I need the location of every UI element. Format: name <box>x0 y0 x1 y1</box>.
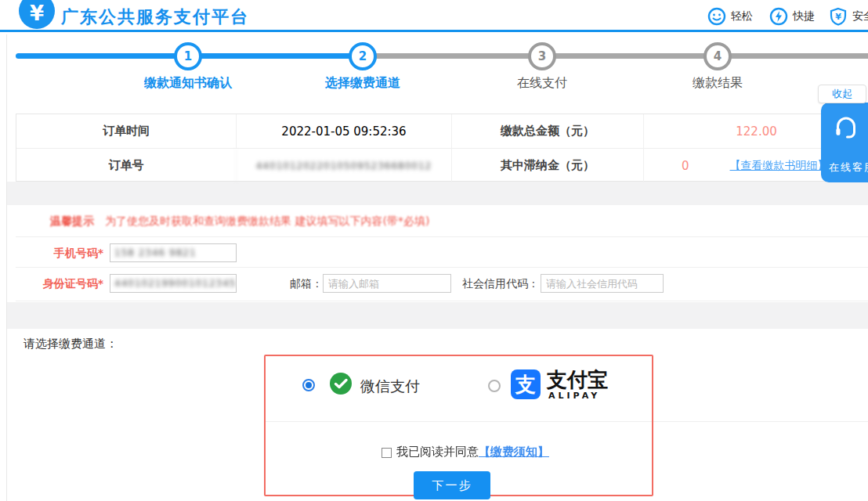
divider-band-top <box>6 182 868 205</box>
id-number-value: 440102199001012345 <box>114 278 236 289</box>
step-circle-3: 3 <box>528 42 556 70</box>
svg-text:¥: ¥ <box>835 12 841 22</box>
notice-text: 温馨提示为了使您及时获取和查询缴费缴款结果 建议填写以下内容(带*必填) <box>50 214 429 229</box>
alipay-label[interactable]: 支付宝 <box>547 366 608 394</box>
agreement-text: 我已阅读并同意【缴费须知】 <box>396 445 549 460</box>
wechat-radio[interactable] <box>302 379 315 391</box>
badge-easy: 轻松 <box>707 7 753 26</box>
form-divider-1 <box>16 236 868 237</box>
smiley-icon <box>707 7 726 26</box>
id-number-field[interactable]: 440102199001012345 <box>110 274 237 293</box>
order-number-value: 44010120220105095236680012 <box>236 149 451 182</box>
step-label-result: 缴款结果 <box>639 75 796 92</box>
step-label-payment: 在线支付 <box>464 75 620 92</box>
divider-band-middle <box>6 302 868 329</box>
badge-fast: 快捷 <box>769 7 815 26</box>
email-label: 邮箱： <box>290 277 323 291</box>
payment-notice-link[interactable]: 【缴费须知】 <box>479 445 549 459</box>
total-amount-label: 缴款总金额（元） <box>451 114 643 148</box>
badge-easy-label: 轻松 <box>731 9 753 23</box>
id-number-label: 身份证号码* <box>22 277 103 291</box>
phone-value: 158 2346 9821 <box>114 247 197 258</box>
phone-label: 手机号码* <box>30 247 103 261</box>
step-label-confirm: 缴款通知书确认 <box>110 75 266 92</box>
table-row: 订单时间 2022-01-05 09:52:36 缴款总金额（元） 122.00 <box>16 114 867 148</box>
collapse-button[interactable]: 收起 <box>818 85 866 103</box>
badge-fast-label: 快捷 <box>793 9 815 23</box>
late-fee-label: 其中滞纳金（元） <box>451 149 643 182</box>
stepper-remaining-line <box>364 53 868 59</box>
next-step-button[interactable]: 下一步 <box>414 471 490 499</box>
badge-safe: ¥ 安全 <box>829 7 868 26</box>
step-circle-4: 4 <box>703 42 732 70</box>
view-payment-detail-link[interactable]: 【查看缴款书明细】 <box>730 159 829 173</box>
alipay-icon: 支 <box>511 369 541 399</box>
email-input[interactable] <box>323 274 451 293</box>
order-time-label: 订单时间 <box>16 114 236 148</box>
order-number-label: 订单号 <box>16 149 236 182</box>
table-row: 订单号 44010120220105095236680012 其中滞纳金（元） … <box>16 148 867 182</box>
wechat-pay-label[interactable]: 微信支付 <box>360 377 420 397</box>
step-label-channel: 选择缴费通道 <box>284 75 441 92</box>
order-info-table: 订单时间 2022-01-05 09:52:36 缴款总金额（元） 122.00… <box>16 114 868 182</box>
alipay-radio[interactable] <box>488 380 501 392</box>
customer-service-label: 在线客服 <box>821 160 868 175</box>
agreement-prefix: 我已阅读并同意 <box>396 445 479 459</box>
step-circle-2: 2 <box>349 42 377 70</box>
customer-service-widget[interactable]: 在线客服 <box>821 103 868 182</box>
shield-icon: ¥ <box>829 7 848 26</box>
form-divider-3 <box>16 301 868 301</box>
page-left-border <box>6 34 7 501</box>
headset-icon <box>832 114 860 142</box>
credit-code-label: 社会信用代码： <box>462 277 539 291</box>
credit-code-input[interactable] <box>541 274 664 293</box>
notice-body: 为了使您及时获取和查询缴费缴款结果 建议填写以下内容(带*必填) <box>105 214 429 227</box>
channel-section-label: 请选择缴费通道： <box>24 337 118 351</box>
alipay-sub-label: ALIPAY <box>548 391 600 401</box>
lightning-icon <box>769 7 788 26</box>
wechat-pay-icon <box>327 371 354 398</box>
page-title: 广东公共服务支付平台 <box>61 5 249 29</box>
agreement-checkbox[interactable] <box>382 448 392 458</box>
form-divider-2 <box>16 267 868 268</box>
step-circle-1: 1 <box>174 42 202 70</box>
notice-prefix: 温馨提示 <box>50 214 94 227</box>
phone-field[interactable]: 158 2346 9821 <box>110 243 237 262</box>
late-fee-value: 0 <box>682 159 689 173</box>
badge-safe-label: 安全 <box>852 9 868 23</box>
order-time-value: 2022-01-05 09:52:36 <box>236 114 451 148</box>
